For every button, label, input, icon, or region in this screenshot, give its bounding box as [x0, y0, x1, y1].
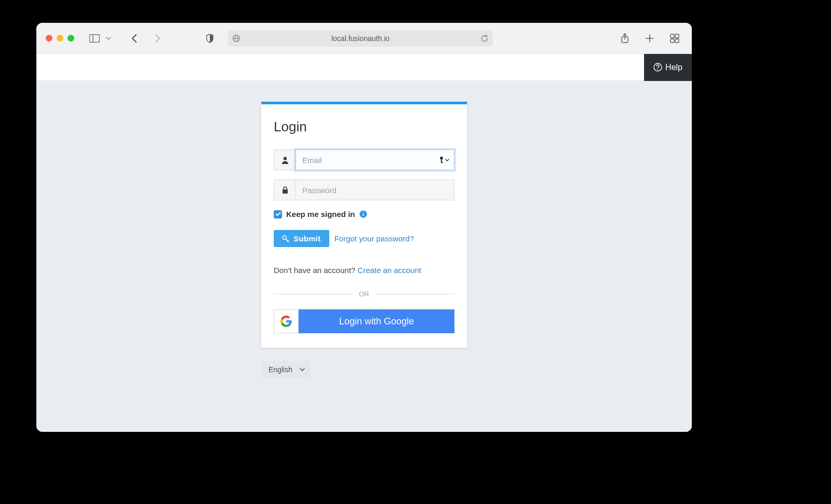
language-select[interactable]: English — [261, 361, 310, 378]
svg-rect-0 — [90, 34, 100, 42]
lock-icon — [274, 180, 296, 200]
back-button[interactable] — [126, 31, 142, 46]
svg-rect-10 — [675, 34, 679, 38]
language-selected: English — [269, 365, 292, 374]
svg-point-22 — [363, 212, 364, 213]
user-icon — [274, 149, 296, 170]
chevron-down-icon — [300, 368, 305, 371]
svg-rect-11 — [671, 39, 674, 43]
info-icon[interactable] — [359, 210, 367, 218]
login-card: Login — [261, 102, 467, 348]
forward-button[interactable] — [150, 31, 166, 46]
create-account-link[interactable]: Create an account — [357, 266, 421, 275]
keep-signed-in-checkbox[interactable] — [274, 210, 282, 219]
svg-rect-9 — [671, 34, 674, 38]
privacy-shield-button[interactable] — [202, 31, 218, 46]
google-icon — [274, 309, 299, 333]
url-text: local.fusionauth.io — [331, 34, 390, 43]
submit-button[interactable]: Submit — [274, 230, 329, 247]
google-login-label: Login with Google — [299, 309, 454, 333]
forgot-password-link[interactable]: Forgot your password? — [334, 234, 414, 243]
password-input-group — [274, 180, 454, 200]
svg-rect-21 — [363, 213, 364, 216]
google-login-button[interactable]: Login with Google — [274, 309, 454, 333]
refresh-icon[interactable] — [480, 34, 489, 43]
share-button[interactable] — [617, 31, 633, 46]
globe-icon — [232, 34, 240, 43]
browser-toolbar: local.fusionauth.io — [36, 23, 692, 54]
page-body: Login — [36, 81, 692, 432]
submit-row: Submit Forgot your password? — [274, 230, 454, 247]
no-account-text: Don't have an account? — [274, 266, 357, 275]
help-button[interactable]: Help — [644, 54, 692, 81]
app-header: Help — [36, 54, 692, 81]
new-tab-button[interactable] — [642, 31, 658, 46]
divider-right — [376, 294, 454, 294]
svg-point-15 — [283, 157, 286, 160]
svg-rect-19 — [283, 189, 288, 194]
submit-label: Submit — [293, 234, 321, 243]
help-label: Help — [665, 63, 682, 72]
minimize-window-button[interactable] — [57, 35, 63, 42]
keep-signed-in-row: Keep me signed in — [274, 210, 454, 219]
tab-groups-dropdown[interactable] — [104, 31, 113, 46]
svg-rect-12 — [675, 39, 679, 43]
password-input[interactable] — [296, 180, 454, 200]
tabs-overview-button[interactable] — [667, 31, 682, 46]
key-icon — [282, 235, 289, 242]
maximize-window-button[interactable] — [68, 35, 74, 42]
svg-point-14 — [658, 69, 659, 70]
or-divider: OR — [274, 290, 454, 298]
or-text: OR — [359, 290, 369, 298]
browser-window: local.fusionauth.io Help Login — [36, 23, 692, 432]
login-title: Login — [274, 119, 454, 135]
traffic-lights — [46, 35, 74, 42]
email-input[interactable] — [296, 149, 454, 170]
close-window-button[interactable] — [46, 35, 52, 42]
divider-left — [274, 294, 353, 294]
create-account-row: Don't have an account? Create an account — [274, 266, 454, 275]
keep-signed-in-label: Keep me signed in — [286, 210, 355, 219]
help-icon — [653, 63, 662, 72]
language-select-row: English — [261, 361, 467, 378]
email-input-group — [274, 149, 454, 170]
sidebar-toggle-button[interactable] — [87, 31, 102, 46]
url-bar[interactable]: local.fusionauth.io — [228, 30, 493, 47]
